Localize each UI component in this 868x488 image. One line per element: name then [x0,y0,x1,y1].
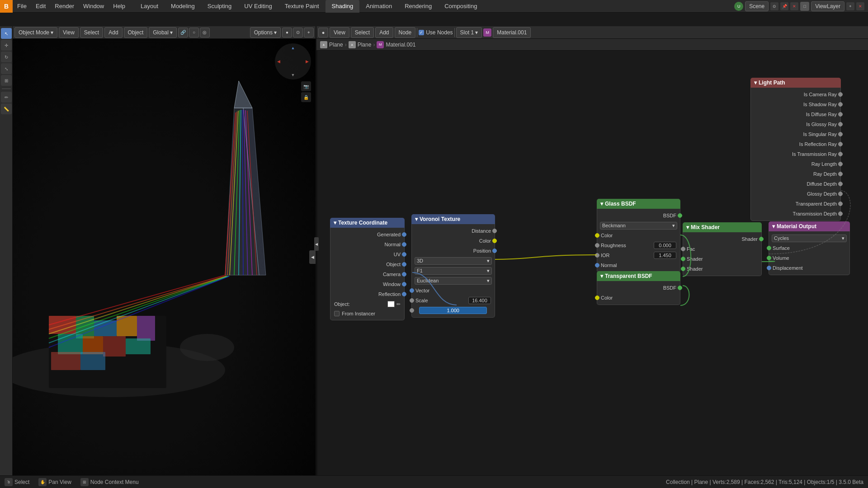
panel-divider[interactable] [316,26,317,475]
close-scene-icon[interactable]: ✕ [790,2,798,10]
viewport-options-btn[interactable]: Options ▾ [250,27,281,38]
viewport-select-btn[interactable]: Select [80,27,103,38]
lp-socket-ray-length[interactable] [838,162,843,166]
menu-window[interactable]: Window [79,0,108,13]
transparent-socket-color[interactable] [595,296,599,300]
glass-distribution-dropdown[interactable]: Beckmann ▾ [600,222,677,230]
scene-dropdown[interactable]: Scene [745,1,769,11]
breadcrumb-plane-1[interactable]: Plane [329,42,343,48]
lock-camera-btn[interactable]: 🔒 [301,92,311,102]
tc-socket-uv[interactable] [402,252,406,257]
slot-dropdown[interactable]: Slot 1 ▾ [456,27,482,38]
3d-viewport[interactable]: ▲ ▼ ◀ ▶ 📷 🔒 ◀ [13,39,316,475]
mat-renderer-dropdown[interactable]: Cycles ▾ [772,235,847,242]
node-view-btn[interactable]: View [330,27,349,38]
breadcrumb-material[interactable]: Material.001 [386,42,415,48]
tc-socket-generated[interactable] [402,232,406,237]
lp-socket-transmission-depth[interactable] [838,211,843,216]
glass-socket-ior[interactable] [595,253,599,258]
vo-dimension-dropdown[interactable]: 3D ▾ [415,257,492,265]
transform-tool-btn[interactable]: ⊞ [1,75,12,86]
mat-socket-displacement[interactable] [767,266,771,270]
rotate-tool-btn[interactable]: ↻ [1,52,12,62]
transparent-socket-bsdf-out[interactable] [678,286,682,290]
mat-socket-surface[interactable] [767,246,771,250]
tc-socket-reflection[interactable] [402,292,406,296]
viewport-object-btn[interactable]: Object [124,27,148,38]
select-tool-btn[interactable]: ↖ [1,28,12,39]
glass-roughness-value[interactable]: 0.000 [654,242,676,249]
lp-socket-singular-ray[interactable] [838,132,843,136]
vo-scale-value[interactable]: 16.400 [468,297,491,304]
menu-help[interactable]: Help [108,0,130,13]
proportional-edit-icon[interactable]: ○ [189,28,199,38]
node-node-btn[interactable]: Node [395,27,416,38]
glass-socket-roughness[interactable] [595,243,599,248]
lp-socket-transparent-depth[interactable] [838,202,843,206]
scale-tool-btn[interactable]: ⤡ [1,63,12,74]
proportional-falloff-icon[interactable]: ◎ [200,28,210,38]
vo-socket-color[interactable] [492,239,497,243]
vo-socket-distance[interactable] [492,229,497,233]
lp-socket-transmission-ray[interactable] [838,152,843,156]
mat-socket-volume[interactable] [767,256,771,260]
menu-edit[interactable]: Edit [31,0,50,13]
tc-socket-window[interactable] [402,282,406,286]
tc-socket-object[interactable] [402,262,406,267]
vo-distance-dropdown[interactable]: Euclidean ▾ [415,277,492,285]
tc-socket-normal[interactable] [402,242,406,247]
tab-modeling[interactable]: Modeling [165,0,201,13]
tc-object-color[interactable] [387,301,395,307]
mix-socket-shader-out[interactable] [759,237,764,241]
vo-socket-position[interactable] [492,249,497,253]
lp-socket-diffuse-ray[interactable] [838,112,843,117]
menu-render[interactable]: Render [50,0,79,13]
vo-feature-dropdown[interactable]: F1 ▾ [415,267,492,275]
lp-socket-shadow-ray[interactable] [838,102,843,107]
tab-compositing[interactable]: Compositing [438,0,483,13]
viewport-add-btn[interactable]: Add [104,27,122,38]
tc-from-instancer-checkbox[interactable] [334,311,340,316]
glass-ior-value[interactable]: 1.450 [654,252,676,259]
mix-socket-shader2[interactable] [681,267,685,271]
tab-sculpting[interactable]: Sculpting [201,0,238,13]
node-editor-type-icon[interactable]: ● [318,28,328,38]
lp-socket-camera-ray[interactable] [838,92,843,97]
move-tool-btn[interactable]: ✛ [1,40,12,51]
lp-socket-ray-depth[interactable] [838,172,843,176]
vo-socket-scale[interactable] [410,298,414,303]
transform-space-dropdown[interactable]: Global ▾ [149,27,177,38]
lp-socket-reflection-ray[interactable] [838,142,843,146]
viewport-shading-icon[interactable]: ● [282,28,292,38]
measure-tool-btn[interactable]: 📏 [1,103,12,114]
lp-socket-glossy-ray[interactable] [838,122,843,127]
node-add-btn[interactable]: Add [375,27,393,38]
tab-animation[interactable]: Animation [359,0,398,13]
glass-socket-bsdf-out[interactable] [678,213,682,218]
tab-shading[interactable]: Shading [326,0,360,13]
tab-texture-paint[interactable]: Texture Paint [278,0,326,13]
viewport-collapse-right[interactable]: ◀ [309,250,316,264]
mix-socket-shader1[interactable] [681,257,685,261]
annotate-tool-btn[interactable]: ✏ [1,92,12,103]
tab-layout[interactable]: Layout [134,0,165,13]
tab-uv-editing[interactable]: UV Editing [238,0,278,13]
use-nodes-checkbox[interactable]: ✓ [419,30,424,35]
tab-rendering[interactable]: Rendering [398,0,438,13]
navigation-gizmo[interactable]: ▲ ▼ ◀ ▶ [275,43,311,80]
breadcrumb-plane-2[interactable]: Plane [358,42,372,48]
viewport-view-btn[interactable]: View [59,27,79,38]
vo-randomness-value[interactable]: 1.000 [419,307,487,314]
vo-socket-randomness[interactable] [410,308,414,313]
object-mode-dropdown[interactable]: Object Mode ▾ [14,27,57,38]
node-editor[interactable]: ▾ Light Path Is Camera Ray Is Shadow Ray… [316,51,868,475]
lp-socket-diffuse-depth[interactable] [838,182,843,186]
add-view-layer-icon[interactable]: + [846,2,854,10]
glass-socket-color[interactable] [595,233,599,238]
glass-socket-normal[interactable] [595,263,599,267]
mix-socket-fac[interactable] [681,247,685,251]
node-select-btn[interactable]: Select [351,27,374,38]
tc-socket-camera[interactable] [402,272,406,277]
camera-view-btn[interactable]: 📷 [301,81,311,91]
menu-file[interactable]: File [13,0,31,13]
